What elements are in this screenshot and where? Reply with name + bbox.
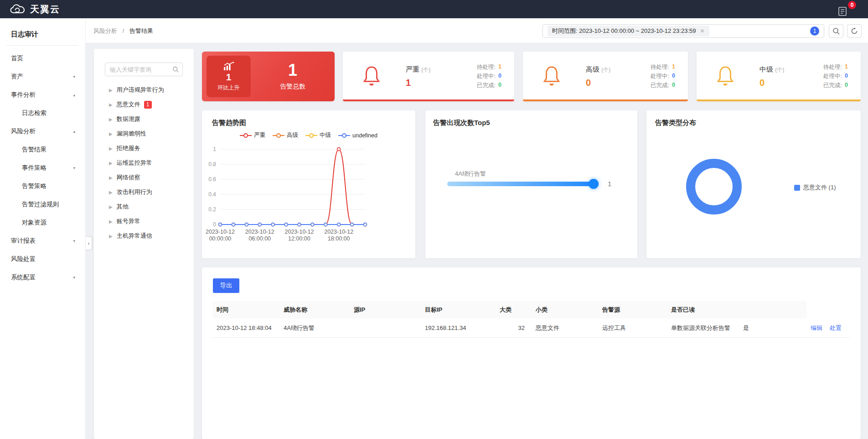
alarm-table: 时间 威胁名称 源IP 目标IP 大类 小类 告警源 是否已读 2023-10-… (213, 301, 850, 338)
chevron-down-icon: ▾ (73, 68, 75, 86)
time-range-chip[interactable]: 时间范围: 2023-10-12 00:00:00 ~ 2023-10-12 2… (548, 26, 709, 37)
caret-right-icon: ▶ (109, 204, 113, 209)
legend-item[interactable]: 严重 (240, 131, 265, 139)
alarm-total-label: 告警总数 (280, 83, 305, 91)
sidebar-item-alarm-policy[interactable]: 告警策略 (0, 177, 85, 195)
tree-item-malicious-file[interactable]: ▶恶意文件1 (94, 97, 194, 112)
breadcrumb-parent[interactable]: 风险分析 (93, 27, 117, 34)
refresh-button[interactable] (847, 24, 862, 38)
cell-threat-name: 4A绕行告警 (280, 324, 350, 332)
sidebar-item-home[interactable]: 首页 (0, 49, 85, 68)
severity-stats: 待处理:1 处理中:0 已完成:0 (651, 62, 675, 91)
sidebar-item-assets[interactable]: 资产▾ (0, 68, 85, 86)
sidebar-collapse-handle[interactable]: ‹ (86, 236, 92, 250)
export-button[interactable]: 导出 (213, 278, 239, 293)
severity-unit: (个) (601, 67, 610, 73)
table-row[interactable]: 2023-10-12 18:48:04 4A绕行告警 192.168.121.3… (213, 319, 850, 338)
trend-up-chart-icon (223, 62, 234, 71)
col-minor-class: 小类 (532, 301, 599, 319)
cell-target-ip: 192.168.121.34 (421, 324, 496, 331)
svg-text:18:00:00: 18:00:00 (328, 235, 350, 242)
caret-right-icon: ▶ (109, 190, 113, 195)
tree-item-account-anomaly[interactable]: ▶账号异常 (94, 214, 194, 229)
svg-text:0.2: 0.2 (208, 206, 216, 213)
processing-count: 0 (672, 73, 675, 80)
sidebar-item-log-search[interactable]: 日志检索 (0, 104, 85, 122)
alarm-total-card: 1 环比上升 1 告警总数 (202, 52, 335, 101)
severity-accent-bar (523, 99, 688, 101)
sidebar-item-system-config[interactable]: 系统配置▾ (0, 268, 85, 287)
handle-link[interactable]: 处置 (830, 324, 842, 331)
col-source-ip: 源IP (350, 301, 421, 319)
tree-item-dos[interactable]: ▶拒绝服务 (94, 141, 194, 156)
col-target-ip: 目标IP (421, 301, 496, 319)
legend-item[interactable]: 高级 (273, 131, 298, 139)
sidebar-item-risk-handling[interactable]: 风险处置 (0, 250, 85, 268)
sidebar-item-audit-reports[interactable]: 审计报表▾ (0, 232, 85, 250)
tree-item-ops-monitor[interactable]: ▶运维监控异常 (94, 156, 194, 170)
line-chart: 00.20.40.60.812023-10-1200:00:002023-10-… (202, 143, 415, 253)
tree-item-network-recon[interactable]: ▶网络侦察 (94, 170, 194, 185)
tree-item-vulnerability[interactable]: ▶漏洞脆弱性 (94, 126, 194, 141)
alarm-trend-chart-card: 告警趋势图 严重高级中级undefined 00.20.40.60.812023… (202, 110, 415, 258)
donut-chart (646, 110, 783, 247)
sidebar-item-risk-analysis[interactable]: 风险分析▴ (0, 122, 85, 141)
count-badge: 1 (144, 101, 152, 109)
tree-item-user-violation[interactable]: ▶用户违规异常行为 (94, 83, 194, 97)
filter-count-badge: 1 (810, 26, 819, 36)
svg-text:2023-10-12: 2023-10-12 (324, 229, 353, 235)
legend-item[interactable]: 恶意文件 (1) (794, 183, 836, 192)
breadcrumb-current: 告警结果 (129, 27, 153, 34)
svg-text:2023-10-12: 2023-10-12 (284, 229, 314, 235)
sidebar-item-event-policy[interactable]: 事件策略▾ (0, 159, 85, 177)
sidebar-item-alarm-filter-rules[interactable]: 告警过滤规则 (0, 195, 85, 214)
legend-marker-icon (240, 133, 252, 138)
sidebar-menu: 首页 资产▾ 事件分析▴ 日志检索 风险分析▴ 告警结果 事件策略▾ 告警策略 … (0, 49, 85, 287)
cloud-logo-icon (10, 4, 26, 14)
col-time: 时间 (213, 301, 280, 319)
sidebar: 日志审计 首页 资产▾ 事件分析▴ 日志检索 风险分析▴ 告警结果 事件策略▾ … (0, 18, 86, 439)
chart-title: 告警出现次数Top5 (433, 119, 490, 127)
chart-legend: 严重高级中级undefined (202, 131, 415, 139)
legend-marker-icon (305, 133, 317, 138)
bar-value: 1 (608, 180, 611, 188)
breadcrumb-separator: / (123, 27, 124, 34)
tree-item-attack-exploit[interactable]: ▶攻击利用行为 (94, 185, 194, 199)
search-icon[interactable] (172, 66, 179, 73)
trend-ratio-box: 1 环比上升 (207, 56, 251, 97)
filter-search-input[interactable]: 时间范围: 2023-10-12 00:00:00 ~ 2023-10-12 2… (542, 24, 824, 38)
edit-link[interactable]: 编辑 (811, 324, 822, 331)
svg-text:06:00:00: 06:00:00 (248, 235, 271, 242)
bar-category-label: 4A绕行告警 (455, 170, 486, 178)
bar-fill (447, 182, 598, 186)
cell-major-class: 32 (496, 324, 532, 331)
close-icon[interactable]: ✕ (700, 28, 704, 34)
sidebar-item-alarm-results[interactable]: 告警结果 (0, 141, 85, 159)
processing-count: 0 (498, 73, 501, 80)
sidebar-item-object-resources[interactable]: 对象资源 (0, 214, 85, 232)
search-button[interactable] (829, 24, 843, 38)
trend-ratio-label: 环比上升 (218, 84, 240, 92)
sidebar-item-event-analysis[interactable]: 事件分析▴ (0, 86, 85, 104)
legend-item[interactable]: 中级 (305, 131, 331, 139)
notification-button[interactable]: 0 (836, 2, 854, 17)
svg-text:0: 0 (213, 221, 216, 228)
chevron-down-icon: ▾ (73, 268, 75, 287)
chevron-down-icon: ▾ (73, 232, 75, 250)
severity-count: 0 (586, 78, 610, 88)
top-navbar: 天翼云 0 (0, 0, 868, 18)
tree-search-box (105, 63, 183, 76)
breadcrumb: 风险分析 / 告警结果 (93, 27, 153, 35)
tree-item-data-leak[interactable]: ▶数据泄露 (94, 112, 194, 126)
tree-search-input[interactable] (105, 66, 172, 73)
tree-item-other[interactable]: ▶其他 (94, 199, 194, 214)
legend-item[interactable]: undefined (338, 131, 377, 139)
category-tree-panel: ▶用户违规异常行为 ▶恶意文件1 ▶数据泄露 ▶漏洞脆弱性 ▶拒绝服务 ▶运维监… (94, 49, 194, 439)
tree-item-host-anomaly[interactable]: ▶主机异常通信 (94, 229, 194, 243)
severity-count: 0 (760, 78, 784, 88)
svg-text:0.8: 0.8 (208, 161, 216, 167)
caret-right-icon: ▶ (109, 117, 113, 122)
severity-unit: (个) (421, 67, 430, 73)
chart-title: 告警趋势图 (212, 119, 246, 127)
bar-end-dot (589, 179, 599, 189)
